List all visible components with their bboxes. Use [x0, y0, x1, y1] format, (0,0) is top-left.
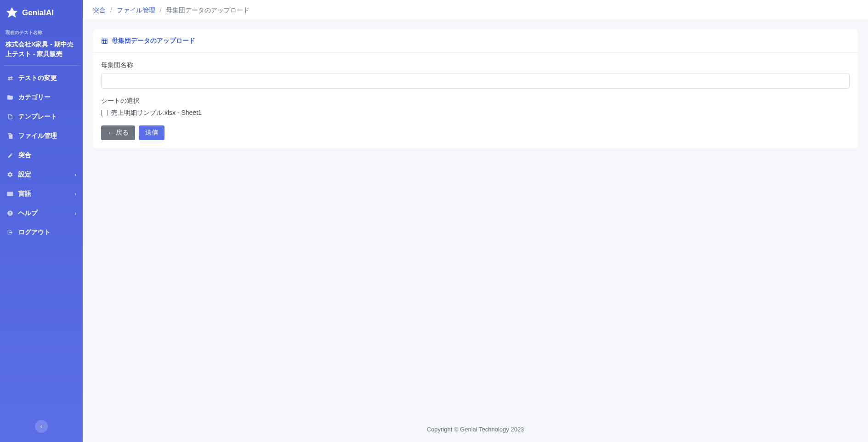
sidebar-item-settings[interactable]: 設定 › [0, 165, 83, 184]
breadcrumb-link-vouching[interactable]: 突合 [93, 6, 106, 14]
breadcrumb-separator: / [157, 6, 165, 14]
sidebar-item-category[interactable]: カテゴリー [0, 88, 83, 107]
sidebar: GenialAI 現在のテスト名称 株式会社X家具 - 期中売上テスト - 家具… [0, 0, 83, 442]
sidebar-item-template[interactable]: テンプレート [0, 107, 83, 126]
sidebar-item-label: ログアウト [18, 228, 51, 237]
population-name-input[interactable] [101, 73, 850, 89]
sidebar-item-language[interactable]: 言語 › [0, 184, 83, 204]
language-icon [6, 191, 14, 197]
sheet-option-checkbox[interactable] [101, 110, 108, 116]
sidebar-item-change-test[interactable]: ⇄ テストの変更 [0, 68, 83, 88]
breadcrumb-current: 母集団データのアップロード [166, 6, 250, 14]
upload-card: 母集団データのアップロード 母集団名称 シートの選択 売上明細サンプル.xlsx… [93, 29, 858, 148]
population-name-label: 母集団名称 [101, 61, 850, 69]
chevron-right-icon: › [75, 192, 76, 197]
card-header: 母集団データのアップロード [93, 29, 858, 53]
sheet-select-label: シートの選択 [101, 97, 850, 105]
sidebar-item-label: ヘルプ [18, 209, 38, 217]
table-icon [101, 38, 108, 45]
sheet-option-label: 売上明細サンプル.xlsx - Sheet1 [111, 109, 202, 117]
back-button-label: 戻る [116, 129, 129, 137]
sidebar-item-label: カテゴリー [18, 93, 51, 102]
sidebar-item-help[interactable]: ? ヘルプ › [0, 204, 83, 223]
submit-button-label: 送信 [145, 129, 158, 137]
sidebar-item-vouching[interactable]: 突合 [0, 146, 83, 165]
copy-icon [6, 133, 14, 139]
sidebar-item-label: 突合 [18, 151, 31, 159]
file-icon [6, 113, 14, 120]
footer: Copyright © Genial Technology 2023 [83, 419, 868, 442]
swap-icon: ⇄ [6, 75, 14, 82]
breadcrumb-link-file-management[interactable]: ファイル管理 [117, 6, 155, 14]
logout-icon [6, 229, 14, 236]
brand-logo-icon [6, 6, 18, 19]
sidebar-item-label: テストの変更 [18, 74, 57, 82]
main: 突合 / ファイル管理 / 母集団データのアップロード 母集団データのアップロー… [83, 0, 868, 442]
brand-name: GenialAI [22, 8, 54, 17]
edit-icon [6, 153, 14, 159]
back-button[interactable]: ← 戻る [101, 125, 135, 140]
sidebar-nav: ⇄ テストの変更 カテゴリー テンプレート ファイル管理 突合 [0, 66, 83, 245]
breadcrumb: 突合 / ファイル管理 / 母集団データのアップロード [93, 6, 858, 15]
arrow-left-icon: ← [108, 129, 114, 136]
submit-button[interactable]: 送信 [139, 125, 165, 140]
help-icon: ? [6, 210, 14, 216]
sidebar-item-logout[interactable]: ログアウト [0, 223, 83, 242]
card-title: 母集団データのアップロード [112, 37, 195, 45]
current-test-label: 現在のテスト名称 [0, 27, 83, 38]
current-test-name: 株式会社X家具 - 期中売上テスト - 家具販売 [0, 38, 83, 65]
chevron-right-icon: › [75, 211, 76, 216]
topbar: 突合 / ファイル管理 / 母集団データのアップロード [83, 0, 868, 19]
button-row: ← 戻る 送信 [101, 125, 850, 140]
sidebar-item-label: ファイル管理 [18, 132, 57, 140]
chevron-left-icon: ‹ [40, 423, 42, 430]
sidebar-item-label: テンプレート [18, 113, 57, 121]
sidebar-item-file-management[interactable]: ファイル管理 [0, 126, 83, 146]
sidebar-collapse-button[interactable]: ‹ [35, 420, 48, 433]
chevron-right-icon: › [75, 172, 76, 177]
content: 母集団データのアップロード 母集団名称 シートの選択 売上明細サンプル.xlsx… [83, 19, 868, 419]
footer-text: Copyright © Genial Technology 2023 [427, 426, 524, 433]
sheet-option-row: 売上明細サンプル.xlsx - Sheet1 [101, 109, 850, 117]
sidebar-item-label: 設定 [18, 170, 31, 179]
svg-text:?: ? [9, 211, 11, 215]
card-body: 母集団名称 シートの選択 売上明細サンプル.xlsx - Sheet1 ← 戻る… [93, 53, 858, 148]
svg-rect-0 [7, 192, 13, 196]
breadcrumb-separator: / [108, 6, 115, 14]
svg-rect-3 [102, 39, 107, 43]
gear-icon [6, 171, 14, 178]
brand[interactable]: GenialAI [0, 0, 83, 27]
sidebar-item-label: 言語 [18, 190, 31, 198]
folder-icon [6, 94, 14, 101]
